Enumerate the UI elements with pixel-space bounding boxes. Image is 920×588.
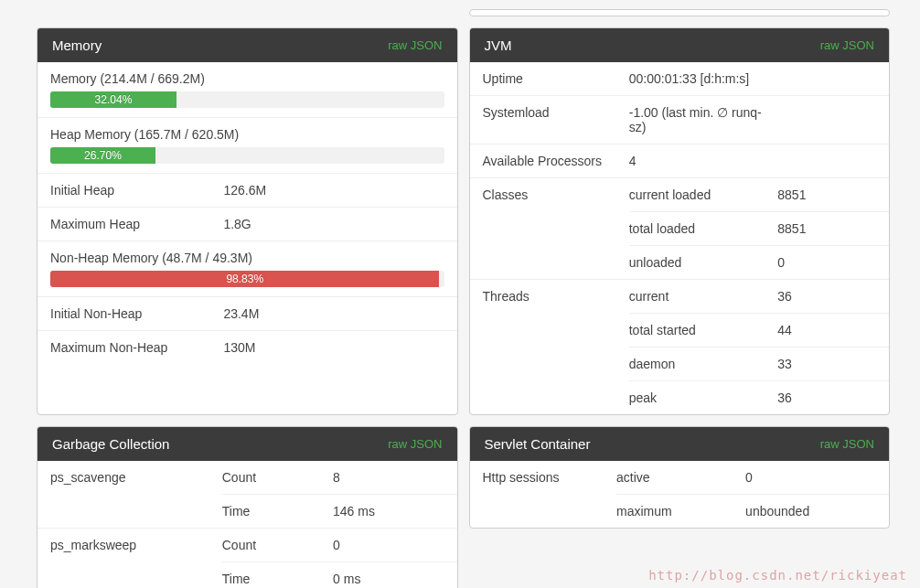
gc-ps-marksweep-count-k: Count bbox=[222, 538, 333, 552]
gc-ps-marksweep-count-v: 0 bbox=[333, 538, 453, 552]
jvm-systemload-value: -1.00 (last min. ∅ runq-sz) bbox=[629, 105, 778, 134]
jvm-body: Uptime 00:00:01:33 [d:h:m:s] Systemload … bbox=[470, 62, 890, 414]
initial-heap-value: 126.6M bbox=[223, 183, 444, 198]
jvm-threads-peak-k: peak bbox=[629, 390, 778, 405]
gc-raw-json-link[interactable]: raw JSON bbox=[388, 437, 442, 451]
jvm-threads-current-v: 36 bbox=[777, 289, 885, 304]
jvm-classes-key: Classes bbox=[470, 178, 629, 279]
servlet-sessions-active-v: 0 bbox=[745, 470, 885, 485]
gc-ps-scavenge-count-k: Count bbox=[222, 470, 333, 485]
jvm-raw-json-link[interactable]: raw JSON bbox=[820, 38, 874, 52]
jvm-classes-current-loaded-k: current loaded bbox=[629, 187, 778, 202]
jvm-classes-unloaded-k: unloaded bbox=[629, 255, 778, 270]
jvm-header: JVM raw JSON bbox=[470, 28, 890, 62]
memory-header: Memory raw JSON bbox=[37, 28, 457, 62]
gc-title: Garbage Collection bbox=[52, 436, 169, 452]
gc-ps-scavenge-row: ps_scavenge Count8 Time146 ms bbox=[37, 461, 457, 529]
maximum-heap-value: 1.8G bbox=[223, 217, 444, 231]
memory-raw-json-link[interactable]: raw JSON bbox=[388, 38, 442, 52]
gc-card: Garbage Collection raw JSON ps_scavenge … bbox=[37, 426, 458, 588]
gc-ps-marksweep-row: ps_marksweep Count0 Time0 ms bbox=[37, 529, 457, 588]
heap-memory-row: Heap Memory (165.7M / 620.5M) 26.70% bbox=[37, 118, 457, 174]
jvm-uptime-row: Uptime 00:00:01:33 [d:h:m:s] bbox=[470, 62, 890, 96]
initial-nonheap-value: 23.4M bbox=[223, 306, 444, 321]
gc-body: ps_scavenge Count8 Time146 ms ps_markswe… bbox=[37, 461, 457, 588]
memory-total-bar-fill: 32.04% bbox=[50, 91, 177, 108]
jvm-threads-total-started-k: total started bbox=[629, 323, 778, 337]
servlet-http-sessions-key: Http sessions bbox=[470, 461, 616, 528]
servlet-title: Servlet Container bbox=[485, 436, 591, 452]
gc-ps-marksweep-key: ps_marksweep bbox=[37, 529, 222, 588]
jvm-classes-current-loaded-v: 8851 bbox=[777, 187, 885, 202]
nonheap-memory-bar: 98.83% bbox=[50, 271, 444, 287]
servlet-body: Http sessions active0 maximumunbounded bbox=[470, 461, 890, 528]
initial-heap-row: Initial Heap 126.6M bbox=[37, 174, 457, 208]
maximum-nonheap-label: Maximum Non-Heap bbox=[50, 340, 223, 355]
initial-nonheap-row: Initial Non-Heap 23.4M bbox=[37, 297, 457, 331]
jvm-threads-current-k: current bbox=[629, 289, 778, 304]
nonheap-memory-label: Non-Heap Memory (48.7M / 49.3M) bbox=[50, 251, 444, 265]
jvm-threads-total-started-v: 44 bbox=[777, 323, 885, 337]
jvm-threads-peak-v: 36 bbox=[777, 390, 885, 405]
gc-ps-scavenge-time-k: Time bbox=[222, 504, 333, 519]
gc-ps-marksweep-time-v: 0 ms bbox=[333, 572, 453, 586]
maximum-heap-label: Maximum Heap bbox=[50, 217, 223, 231]
initial-heap-label: Initial Heap bbox=[50, 183, 223, 198]
servlet-http-sessions-row: Http sessions active0 maximumunbounded bbox=[470, 461, 890, 528]
initial-nonheap-label: Initial Non-Heap bbox=[50, 306, 223, 321]
jvm-title: JVM bbox=[485, 37, 512, 53]
gc-ps-scavenge-time-v: 146 ms bbox=[333, 504, 453, 519]
jvm-classes-unloaded-v: 0 bbox=[777, 255, 885, 270]
heap-memory-bar: 26.70% bbox=[50, 147, 444, 164]
maximum-nonheap-row: Maximum Non-Heap 130M bbox=[37, 331, 457, 364]
jvm-classes-total-loaded-k: total loaded bbox=[629, 221, 778, 236]
servlet-raw-json-link[interactable]: raw JSON bbox=[820, 437, 874, 451]
servlet-sessions-maximum-v: unbounded bbox=[745, 504, 885, 519]
maximum-heap-row: Maximum Heap 1.8G bbox=[37, 208, 457, 241]
jvm-threads-key: Threads bbox=[470, 280, 629, 414]
memory-card: Memory raw JSON Memory (214.4M / 669.2M)… bbox=[37, 27, 458, 415]
gc-ps-scavenge-count-v: 8 bbox=[333, 470, 453, 485]
jvm-systemload-key: Systemload bbox=[470, 96, 629, 144]
jvm-uptime-key: Uptime bbox=[470, 62, 629, 95]
heap-memory-bar-fill: 26.70% bbox=[50, 147, 155, 164]
nonheap-memory-row: Non-Heap Memory (48.7M / 49.3M) 98.83% bbox=[37, 241, 457, 297]
servlet-sessions-active-k: active bbox=[616, 470, 745, 485]
gc-ps-marksweep-time-k: Time bbox=[222, 572, 333, 586]
jvm-systemload-row: Systemload -1.00 (last min. ∅ runq-sz) bbox=[470, 96, 890, 144]
top-right-card-edge bbox=[469, 9, 891, 16]
servlet-header: Servlet Container raw JSON bbox=[470, 427, 890, 461]
jvm-uptime-value: 00:00:01:33 [d:h:m:s] bbox=[629, 71, 778, 86]
heap-memory-label: Heap Memory (165.7M / 620.5M) bbox=[50, 127, 444, 142]
memory-total-label: Memory (214.4M / 669.2M) bbox=[50, 71, 444, 86]
jvm-classes-total-loaded-v: 8851 bbox=[777, 221, 885, 236]
gc-header: Garbage Collection raw JSON bbox=[37, 427, 457, 461]
memory-total-row: Memory (214.4M / 669.2M) 32.04% bbox=[37, 62, 457, 118]
maximum-nonheap-value: 130M bbox=[223, 340, 444, 355]
jvm-processors-value: 4 bbox=[629, 154, 778, 168]
watermark: http://blog.csdn.net/rickiyeat bbox=[648, 568, 907, 583]
nonheap-memory-bar-fill: 98.83% bbox=[50, 271, 439, 287]
gc-ps-scavenge-key: ps_scavenge bbox=[37, 461, 222, 528]
memory-title: Memory bbox=[52, 37, 102, 53]
servlet-card: Servlet Container raw JSON Http sessions… bbox=[469, 426, 891, 529]
jvm-processors-key: Available Processors bbox=[470, 144, 629, 177]
jvm-threads-row: Threads current36 total started44 daemon… bbox=[470, 280, 890, 414]
servlet-sessions-maximum-k: maximum bbox=[616, 504, 745, 519]
jvm-processors-row: Available Processors 4 bbox=[470, 144, 890, 178]
jvm-threads-daemon-k: daemon bbox=[629, 357, 778, 371]
memory-total-bar: 32.04% bbox=[50, 91, 444, 108]
jvm-classes-row: Classes current loaded8851 total loaded8… bbox=[470, 178, 890, 280]
memory-body: Memory (214.4M / 669.2M) 32.04% Heap Mem… bbox=[37, 62, 457, 364]
jvm-card: JVM raw JSON Uptime 00:00:01:33 [d:h:m:s… bbox=[469, 27, 891, 415]
jvm-threads-daemon-v: 33 bbox=[777, 357, 885, 371]
